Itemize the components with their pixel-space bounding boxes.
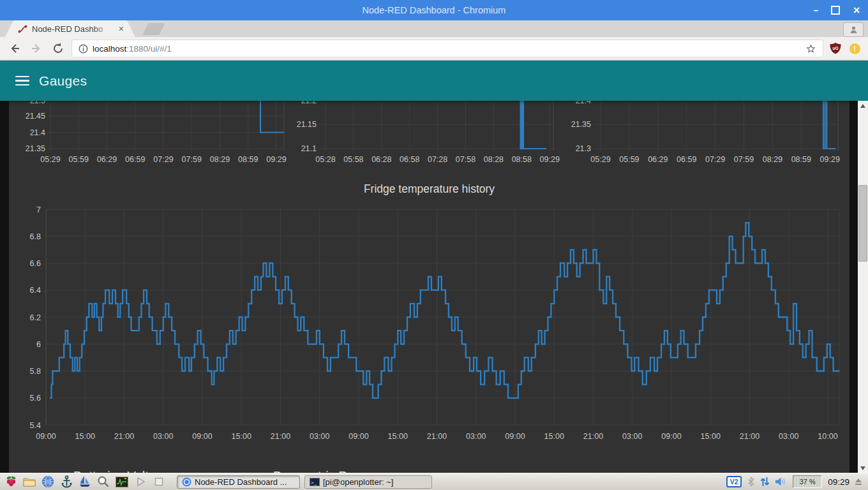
svg-text:>_: >_ <box>311 479 317 485</box>
search-magnifier-icon[interactable] <box>96 475 110 489</box>
svg-text:5.6: 5.6 <box>30 394 41 403</box>
address-bar[interactable]: localhost:1880/ui/#/1 <box>71 40 823 57</box>
browser-tab[interactable]: Node-RED Dashbo × <box>5 20 135 37</box>
scroll-down-button[interactable] <box>858 463 868 473</box>
svg-text:09:00: 09:00 <box>661 432 681 441</box>
bookmark-star-icon[interactable] <box>805 43 816 54</box>
svg-text:09:00: 09:00 <box>36 432 56 441</box>
scroll-up-button[interactable] <box>858 101 868 110</box>
svg-text:21.4: 21.4 <box>576 101 591 105</box>
svg-text:21.3: 21.3 <box>576 144 591 153</box>
svg-text:05:58: 05:58 <box>343 155 363 164</box>
svg-text:03:00: 03:00 <box>779 432 798 441</box>
taskbar-window-terminal[interactable]: >_ [pi@openplotter: ~] <box>304 475 432 489</box>
svg-text:6.4: 6.4 <box>30 286 41 295</box>
ublock-label: uO <box>828 46 842 50</box>
svg-text:03:00: 03:00 <box>466 432 486 441</box>
page-scrollbar[interactable] <box>858 101 868 473</box>
play-button-icon[interactable] <box>133 475 147 489</box>
browser-toolbar: localhost:1880/ui/#/1 uO ! <box>0 37 868 61</box>
signal-scope-icon[interactable] <box>115 475 129 489</box>
svg-text:09:29: 09:29 <box>540 155 560 164</box>
svg-text:06:59: 06:59 <box>677 155 696 164</box>
svg-text:21:00: 21:00 <box>427 432 447 441</box>
back-button[interactable] <box>6 40 23 57</box>
svg-text:15:00: 15:00 <box>701 432 721 441</box>
taskbar-window-chromium[interactable]: Node-RED Dashboard ... <box>177 475 300 489</box>
tab-close-icon[interactable]: × <box>119 24 124 34</box>
reload-button[interactable] <box>50 40 66 57</box>
network-arrows-icon[interactable] <box>760 477 770 487</box>
svg-text:21.4: 21.4 <box>30 128 45 137</box>
svg-text:07:29: 07:29 <box>705 155 725 164</box>
new-tab-button[interactable] <box>143 23 165 35</box>
svg-text:21:00: 21:00 <box>583 432 603 441</box>
dashboard-title: Gauges <box>39 73 87 89</box>
page-info-icon[interactable] <box>79 44 88 54</box>
fridge-temperature-chart: 09:0015:0021:0003:0009:0015:0021:0003:00… <box>9 204 849 454</box>
close-button[interactable]: ✕ <box>853 6 860 15</box>
svg-text:15:00: 15:00 <box>75 432 95 441</box>
svg-text:06:29: 06:29 <box>648 155 668 164</box>
window-title: Node-RED Dashboard - Chromium <box>0 5 868 15</box>
svg-text:09:00: 09:00 <box>192 432 212 441</box>
window-titlebar: Node-RED Dashboard - Chromium – ✕ <box>0 0 868 20</box>
bluetooth-icon[interactable] <box>747 477 754 487</box>
file-manager-icon[interactable] <box>22 475 36 489</box>
ublock-extension-icon[interactable]: uO <box>828 42 842 55</box>
svg-text:05:29: 05:29 <box>590 155 610 164</box>
svg-text:6.8: 6.8 <box>30 232 41 241</box>
update-warning-icon[interactable]: ! <box>848 43 862 54</box>
svg-text:08:58: 08:58 <box>512 155 532 164</box>
svg-text:21:00: 21:00 <box>114 432 134 441</box>
scrollbar-thumb[interactable] <box>858 185 867 262</box>
eject-icon[interactable] <box>855 479 862 486</box>
volume-speaker-icon[interactable] <box>775 477 787 486</box>
svg-text:6: 6 <box>36 340 41 349</box>
svg-text:08:59: 08:59 <box>238 155 258 164</box>
svg-text:21.2: 21.2 <box>301 101 317 105</box>
svg-text:03:00: 03:00 <box>153 432 173 441</box>
url-path: :1880/ui/#/1 <box>126 44 172 54</box>
svg-text:09:29: 09:29 <box>266 155 286 164</box>
menu-button[interactable] <box>11 72 33 90</box>
svg-text:21.35: 21.35 <box>571 120 591 129</box>
raspberry-menu-icon[interactable] <box>4 475 18 489</box>
svg-text:21.35: 21.35 <box>26 144 45 153</box>
dashboard-card: 05:2905:5906:2906:5907:2907:5908:2908:59… <box>9 101 849 473</box>
sailboat-openplotter-icon[interactable] <box>78 475 92 489</box>
taskbar-clock: 09:29 <box>828 477 849 487</box>
maximize-button[interactable] <box>831 6 840 15</box>
svg-text:07:29: 07:29 <box>153 155 173 164</box>
svg-text:09:29: 09:29 <box>820 155 840 164</box>
web-browser-globe-icon[interactable] <box>41 475 55 489</box>
svg-text:5.8: 5.8 <box>30 367 41 376</box>
svg-text:6.2: 6.2 <box>30 313 41 322</box>
svg-text:07:28: 07:28 <box>428 155 447 164</box>
svg-text:21:00: 21:00 <box>271 432 290 441</box>
svg-text:15:00: 15:00 <box>544 432 564 441</box>
vnc-icon[interactable]: V2 <box>726 476 742 487</box>
svg-text:07:58: 07:58 <box>456 155 475 164</box>
window-placeholder-icon[interactable] <box>152 475 166 489</box>
svg-text:10:00: 10:00 <box>818 432 837 441</box>
taskbar: Node-RED Dashboard ... >_ [pi@openplotte… <box>0 473 868 490</box>
dashboard-header: Gauges <box>0 61 868 101</box>
svg-text:03:00: 03:00 <box>310 432 329 441</box>
svg-text:15:00: 15:00 <box>388 432 408 441</box>
fridge-chart-title: Fridge temperature history <box>9 182 849 196</box>
cpu-monitor[interactable]: 37 % <box>793 475 822 488</box>
minimize-button[interactable]: – <box>813 6 818 15</box>
taskbar-window-label: Node-RED Dashboard ... <box>195 477 287 487</box>
svg-text:06:29: 06:29 <box>97 155 117 164</box>
mini-charts-row: 05:2905:5906:2906:5907:2907:5908:2908:59… <box>9 101 849 170</box>
profile-button[interactable] <box>843 22 864 37</box>
forward-button[interactable] <box>28 40 45 57</box>
anchor-opencpn-icon[interactable] <box>59 475 73 489</box>
svg-text:21.15: 21.15 <box>297 120 317 129</box>
chromium-icon <box>182 477 191 487</box>
tab-strip: Node-RED Dashbo × <box>0 20 868 37</box>
svg-text:06:59: 06:59 <box>125 155 145 164</box>
svg-text:08:59: 08:59 <box>791 155 811 164</box>
svg-text:21.45: 21.45 <box>26 112 45 121</box>
